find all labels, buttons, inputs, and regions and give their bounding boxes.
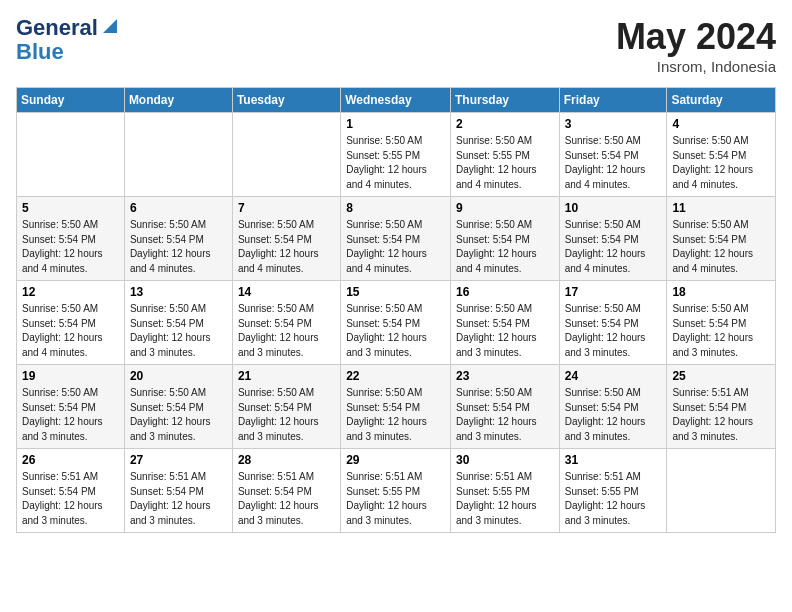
week-row-5: 26Sunrise: 5:51 AM Sunset: 5:54 PM Dayli…	[17, 449, 776, 533]
day-info: Sunrise: 5:50 AM Sunset: 5:54 PM Dayligh…	[456, 218, 554, 276]
day-cell: 4Sunrise: 5:50 AM Sunset: 5:54 PM Daylig…	[667, 113, 776, 197]
day-cell: 19Sunrise: 5:50 AM Sunset: 5:54 PM Dayli…	[17, 365, 125, 449]
logo: General Blue	[16, 16, 121, 64]
day-number: 7	[238, 201, 335, 215]
day-cell: 10Sunrise: 5:50 AM Sunset: 5:54 PM Dayli…	[559, 197, 667, 281]
day-info: Sunrise: 5:50 AM Sunset: 5:54 PM Dayligh…	[238, 218, 335, 276]
day-cell	[17, 113, 125, 197]
day-number: 13	[130, 285, 227, 299]
weekday-header-saturday: Saturday	[667, 88, 776, 113]
day-info: Sunrise: 5:50 AM Sunset: 5:54 PM Dayligh…	[456, 386, 554, 444]
day-cell: 27Sunrise: 5:51 AM Sunset: 5:54 PM Dayli…	[124, 449, 232, 533]
day-info: Sunrise: 5:50 AM Sunset: 5:54 PM Dayligh…	[22, 302, 119, 360]
day-cell: 25Sunrise: 5:51 AM Sunset: 5:54 PM Dayli…	[667, 365, 776, 449]
day-number: 6	[130, 201, 227, 215]
title-block: May 2024 Insrom, Indonesia	[616, 16, 776, 75]
day-number: 31	[565, 453, 662, 467]
logo-blue: Blue	[16, 40, 121, 64]
day-info: Sunrise: 5:50 AM Sunset: 5:54 PM Dayligh…	[22, 386, 119, 444]
logo-general: General	[16, 16, 98, 40]
day-info: Sunrise: 5:51 AM Sunset: 5:55 PM Dayligh…	[456, 470, 554, 528]
svg-marker-0	[103, 19, 117, 33]
day-info: Sunrise: 5:50 AM Sunset: 5:54 PM Dayligh…	[565, 218, 662, 276]
day-info: Sunrise: 5:51 AM Sunset: 5:54 PM Dayligh…	[672, 386, 770, 444]
week-row-2: 5Sunrise: 5:50 AM Sunset: 5:54 PM Daylig…	[17, 197, 776, 281]
day-number: 8	[346, 201, 445, 215]
day-info: Sunrise: 5:50 AM Sunset: 5:54 PM Dayligh…	[565, 302, 662, 360]
day-number: 16	[456, 285, 554, 299]
weekday-header-tuesday: Tuesday	[232, 88, 340, 113]
weekday-header-sunday: Sunday	[17, 88, 125, 113]
day-number: 5	[22, 201, 119, 215]
day-info: Sunrise: 5:50 AM Sunset: 5:54 PM Dayligh…	[130, 386, 227, 444]
day-info: Sunrise: 5:51 AM Sunset: 5:55 PM Dayligh…	[565, 470, 662, 528]
day-number: 19	[22, 369, 119, 383]
weekday-header-thursday: Thursday	[450, 88, 559, 113]
day-cell: 30Sunrise: 5:51 AM Sunset: 5:55 PM Dayli…	[450, 449, 559, 533]
day-number: 12	[22, 285, 119, 299]
day-cell: 17Sunrise: 5:50 AM Sunset: 5:54 PM Dayli…	[559, 281, 667, 365]
week-row-1: 1Sunrise: 5:50 AM Sunset: 5:55 PM Daylig…	[17, 113, 776, 197]
day-cell	[124, 113, 232, 197]
day-cell: 2Sunrise: 5:50 AM Sunset: 5:55 PM Daylig…	[450, 113, 559, 197]
day-info: Sunrise: 5:50 AM Sunset: 5:54 PM Dayligh…	[130, 302, 227, 360]
day-cell: 23Sunrise: 5:50 AM Sunset: 5:54 PM Dayli…	[450, 365, 559, 449]
location-subtitle: Insrom, Indonesia	[616, 58, 776, 75]
day-cell: 11Sunrise: 5:50 AM Sunset: 5:54 PM Dayli…	[667, 197, 776, 281]
day-cell: 6Sunrise: 5:50 AM Sunset: 5:54 PM Daylig…	[124, 197, 232, 281]
day-info: Sunrise: 5:50 AM Sunset: 5:54 PM Dayligh…	[456, 302, 554, 360]
day-info: Sunrise: 5:51 AM Sunset: 5:54 PM Dayligh…	[22, 470, 119, 528]
day-number: 1	[346, 117, 445, 131]
day-number: 11	[672, 201, 770, 215]
day-info: Sunrise: 5:50 AM Sunset: 5:54 PM Dayligh…	[565, 386, 662, 444]
weekday-header-row: SundayMondayTuesdayWednesdayThursdayFrid…	[17, 88, 776, 113]
day-number: 2	[456, 117, 554, 131]
day-cell: 26Sunrise: 5:51 AM Sunset: 5:54 PM Dayli…	[17, 449, 125, 533]
day-cell: 13Sunrise: 5:50 AM Sunset: 5:54 PM Dayli…	[124, 281, 232, 365]
day-number: 4	[672, 117, 770, 131]
day-info: Sunrise: 5:50 AM Sunset: 5:54 PM Dayligh…	[238, 386, 335, 444]
day-number: 14	[238, 285, 335, 299]
day-info: Sunrise: 5:50 AM Sunset: 5:54 PM Dayligh…	[346, 386, 445, 444]
week-row-4: 19Sunrise: 5:50 AM Sunset: 5:54 PM Dayli…	[17, 365, 776, 449]
day-info: Sunrise: 5:50 AM Sunset: 5:54 PM Dayligh…	[672, 218, 770, 276]
weekday-header-wednesday: Wednesday	[341, 88, 451, 113]
day-cell: 14Sunrise: 5:50 AM Sunset: 5:54 PM Dayli…	[232, 281, 340, 365]
day-cell	[667, 449, 776, 533]
day-info: Sunrise: 5:50 AM Sunset: 5:55 PM Dayligh…	[456, 134, 554, 192]
day-info: Sunrise: 5:50 AM Sunset: 5:54 PM Dayligh…	[346, 302, 445, 360]
day-cell: 18Sunrise: 5:50 AM Sunset: 5:54 PM Dayli…	[667, 281, 776, 365]
day-number: 28	[238, 453, 335, 467]
day-cell: 7Sunrise: 5:50 AM Sunset: 5:54 PM Daylig…	[232, 197, 340, 281]
day-number: 9	[456, 201, 554, 215]
day-info: Sunrise: 5:51 AM Sunset: 5:54 PM Dayligh…	[130, 470, 227, 528]
day-number: 18	[672, 285, 770, 299]
day-number: 3	[565, 117, 662, 131]
day-info: Sunrise: 5:50 AM Sunset: 5:54 PM Dayligh…	[672, 134, 770, 192]
day-info: Sunrise: 5:50 AM Sunset: 5:54 PM Dayligh…	[238, 302, 335, 360]
weekday-header-friday: Friday	[559, 88, 667, 113]
day-cell: 29Sunrise: 5:51 AM Sunset: 5:55 PM Dayli…	[341, 449, 451, 533]
day-number: 10	[565, 201, 662, 215]
day-number: 23	[456, 369, 554, 383]
calendar-table: SundayMondayTuesdayWednesdayThursdayFrid…	[16, 87, 776, 533]
day-cell: 8Sunrise: 5:50 AM Sunset: 5:54 PM Daylig…	[341, 197, 451, 281]
day-info: Sunrise: 5:50 AM Sunset: 5:54 PM Dayligh…	[130, 218, 227, 276]
day-number: 17	[565, 285, 662, 299]
day-number: 22	[346, 369, 445, 383]
day-number: 24	[565, 369, 662, 383]
day-cell: 28Sunrise: 5:51 AM Sunset: 5:54 PM Dayli…	[232, 449, 340, 533]
day-cell: 21Sunrise: 5:50 AM Sunset: 5:54 PM Dayli…	[232, 365, 340, 449]
day-cell: 31Sunrise: 5:51 AM Sunset: 5:55 PM Dayli…	[559, 449, 667, 533]
day-info: Sunrise: 5:51 AM Sunset: 5:55 PM Dayligh…	[346, 470, 445, 528]
day-cell	[232, 113, 340, 197]
day-cell: 15Sunrise: 5:50 AM Sunset: 5:54 PM Dayli…	[341, 281, 451, 365]
month-year-title: May 2024	[616, 16, 776, 58]
week-row-3: 12Sunrise: 5:50 AM Sunset: 5:54 PM Dayli…	[17, 281, 776, 365]
day-number: 25	[672, 369, 770, 383]
day-info: Sunrise: 5:50 AM Sunset: 5:54 PM Dayligh…	[346, 218, 445, 276]
day-number: 21	[238, 369, 335, 383]
day-cell: 5Sunrise: 5:50 AM Sunset: 5:54 PM Daylig…	[17, 197, 125, 281]
day-cell: 24Sunrise: 5:50 AM Sunset: 5:54 PM Dayli…	[559, 365, 667, 449]
day-number: 29	[346, 453, 445, 467]
